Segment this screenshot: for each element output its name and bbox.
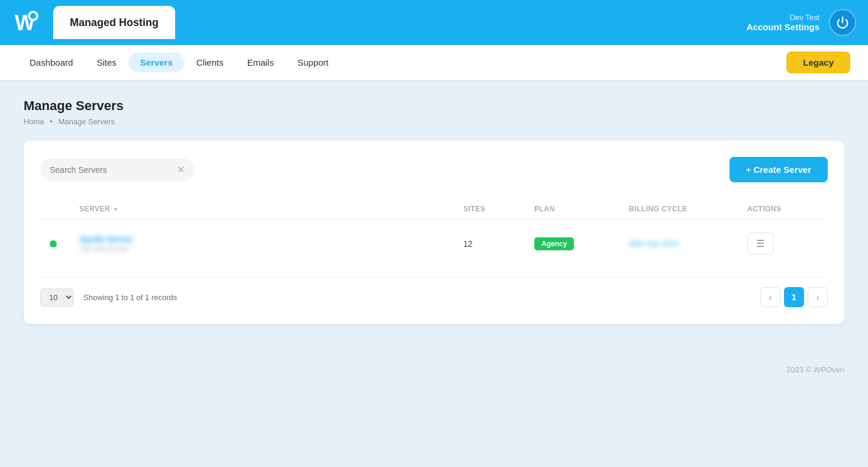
nav-clients[interactable]: Clients <box>185 53 235 72</box>
footer-text: 2023 © WPOven <box>786 365 844 374</box>
nav-items: Dashboard Sites Servers Clients Emails S… <box>18 53 786 72</box>
top-nav-right: Dev Test Account Settings <box>747 9 856 36</box>
plan-cell: Agency <box>534 237 629 250</box>
col-status-header <box>50 205 79 213</box>
page-1-button[interactable]: 1 <box>784 287 804 307</box>
status-indicator <box>50 240 79 247</box>
page-title: Manage Servers <box>24 98 844 114</box>
search-box: ✕ <box>40 158 194 181</box>
breadcrumb: Home • Manage Servers <box>24 117 844 126</box>
per-page-select[interactable]: 10 25 50 <box>40 288 74 307</box>
breadcrumb-current: Manage Servers <box>59 117 115 126</box>
billing-date: 30th Sep 2024 <box>629 239 747 248</box>
footer: 2023 © WPOven <box>0 353 868 386</box>
search-input[interactable] <box>50 165 172 175</box>
actions-menu-button[interactable]: ☰ <box>747 233 773 255</box>
status-dot-active <box>50 240 57 247</box>
search-clear-icon[interactable]: ✕ <box>177 164 185 175</box>
col-plan-header: PLAN <box>534 205 629 213</box>
breadcrumb-home[interactable]: Home <box>24 117 44 126</box>
wpoven-logo: W <box>12 8 41 37</box>
search-create-row: ✕ + Create Server <box>40 157 828 182</box>
logo-area: W <box>12 8 41 37</box>
create-server-button[interactable]: + Create Server <box>730 157 828 182</box>
col-billing-header: BILLING CYCLE <box>629 205 747 213</box>
nav-emails[interactable]: Emails <box>235 53 286 72</box>
sort-arrow-icon: ▼ <box>112 206 118 212</box>
actions-cell: ☰ <box>747 233 818 255</box>
power-button[interactable] <box>829 9 856 36</box>
breadcrumb-sep: • <box>50 117 53 126</box>
server-ip: 192.168.20.000 <box>79 245 463 253</box>
sites-count: 12 <box>463 239 534 249</box>
nav-sites[interactable]: Sites <box>85 53 128 72</box>
account-settings-link[interactable]: Account Settings <box>747 22 819 32</box>
servers-card: ✕ + Create Server SERVER ▼ SITES PLAN BI… <box>24 140 844 324</box>
col-sites-header: SITES <box>463 205 534 213</box>
col-server-header[interactable]: SERVER ▼ <box>79 205 463 213</box>
svg-point-2 <box>30 13 36 19</box>
managed-hosting-tab[interactable]: Managed Hosting <box>53 6 175 39</box>
username: Dev Test <box>747 13 819 22</box>
table-header: SERVER ▼ SITES PLAN BILLING CYCLE ACTION… <box>40 199 828 220</box>
per-page: 10 25 50 <box>40 288 74 307</box>
nav-servers[interactable]: Servers <box>128 53 185 72</box>
nav-support[interactable]: Support <box>286 53 341 72</box>
account-info: Dev Test Account Settings <box>747 13 819 32</box>
prev-page-button[interactable]: ‹ <box>760 287 780 307</box>
showing-text: Showing 1 to 1 of 1 records <box>83 293 177 302</box>
next-page-button[interactable]: › <box>808 287 828 307</box>
main-content: Manage Servers Home • Manage Servers ✕ +… <box>0 80 868 342</box>
plan-badge: Agency <box>534 237 574 250</box>
top-nav: W Managed Hosting Dev Test Account Setti… <box>0 0 868 45</box>
nav-dashboard[interactable]: Dashboard <box>18 53 85 72</box>
col-actions-header: ACTIONS <box>747 205 818 213</box>
server-name[interactable]: Apollo Server <box>79 234 463 244</box>
pagination-controls: ‹ 1 › <box>760 287 828 307</box>
table-row: Apollo Server 192.168.20.000 12 Agency 3… <box>40 224 828 263</box>
legacy-button[interactable]: Legacy <box>786 51 850 73</box>
pagination-row: 10 25 50 Showing 1 to 1 of 1 records ‹ 1… <box>40 277 828 307</box>
server-info: Apollo Server 192.168.20.000 <box>79 234 463 253</box>
secondary-nav: Dashboard Sites Servers Clients Emails S… <box>0 45 868 80</box>
